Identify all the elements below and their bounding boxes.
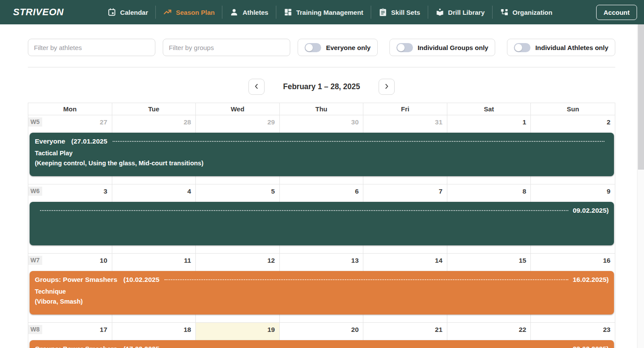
day-number: 27	[100, 118, 107, 126]
day-header-wed: Wed	[196, 103, 280, 115]
nav-items: CalendarSeason PlanAthletesTraining Mana…	[100, 0, 560, 24]
day-number: 3	[104, 187, 107, 195]
nav-item-label: Calendar	[120, 9, 148, 16]
day-number: 18	[184, 326, 191, 333]
week-label: W5	[28, 117, 42, 127]
previous-week-range-button[interactable]	[248, 79, 265, 95]
toggle-label: Individual Athletes only	[535, 44, 608, 51]
main-content: Everyone onlyIndividual Groups onlyIndiv…	[28, 39, 615, 348]
event-bar[interactable]: 09.02.2025)	[30, 202, 614, 245]
event-category: Technique	[35, 288, 609, 295]
section-divider	[28, 67, 615, 67]
clipboard-icon	[379, 8, 387, 17]
event-continuation-line	[40, 210, 568, 211]
day-number: 1	[523, 118, 527, 126]
day-number: 14	[435, 257, 443, 264]
event-end-date: 16.02.2025)	[573, 276, 609, 284]
trending-up-icon	[163, 8, 172, 17]
calendar-weeks: 272829303112W5Everyone(27.01.2025Tactica…	[28, 115, 615, 348]
day-number: 6	[355, 187, 359, 195]
nav-item-organization[interactable]: Organization	[493, 0, 560, 24]
event-continuation-line	[113, 141, 604, 142]
day-number: 8	[523, 187, 527, 195]
event-start-date: (27.01.2025	[71, 137, 107, 145]
scrollbar-track[interactable]	[637, 24, 644, 348]
day-number: 4	[188, 187, 191, 195]
day-header-row: MonTueWedThuFriSatSun	[28, 103, 615, 115]
event-title: Groups: Power Smashers	[35, 276, 117, 284]
account-button[interactable]: Account	[596, 5, 637, 20]
nav-item-drill-library[interactable]: Drill Library	[428, 0, 492, 24]
week-label: W8	[28, 325, 42, 334]
toggle-everyone-only[interactable]: Everyone only	[298, 39, 378, 56]
nav-item-label: Skill Sets	[391, 9, 420, 16]
toggle-switch[interactable]	[514, 43, 530, 52]
week-row-w7: 10111213141516W7Groups: Power Smashers(1…	[28, 254, 615, 323]
nav-item-calendar[interactable]: Calendar	[100, 0, 155, 24]
event-start-date: (10.02.2025	[124, 276, 160, 284]
event-bar[interactable]: Groups: Power Smashers(10.02.202516.02.2…	[30, 271, 614, 315]
event-bar[interactable]: Everyone(27.01.2025Tactical Play(Keeping…	[30, 133, 614, 176]
nav-item-label: Organization	[513, 9, 553, 16]
day-header-tue: Tue	[112, 103, 196, 115]
next-week-range-button[interactable]	[379, 79, 395, 95]
toggle-switch[interactable]	[396, 43, 413, 52]
filter-athletes-input[interactable]	[28, 39, 155, 56]
chevron-right-icon	[383, 83, 390, 91]
app-logo: STRIVEON	[13, 7, 64, 18]
nav-item-season-plan[interactable]: Season Plan	[156, 0, 222, 24]
day-number: 29	[267, 118, 275, 126]
nav-item-label: Season Plan	[176, 9, 215, 16]
library-icon	[436, 8, 444, 17]
toggle-individual-athletes-only[interactable]: Individual Athletes only	[507, 39, 615, 56]
chevron-left-icon	[253, 83, 260, 91]
nav-item-training-management[interactable]: Training Management	[276, 0, 371, 24]
day-header-sat: Sat	[447, 103, 531, 115]
event-category: Tactical Play	[35, 150, 609, 157]
day-number: 7	[439, 187, 443, 195]
day-number: 21	[435, 326, 443, 333]
filter-row: Everyone onlyIndividual Groups onlyIndiv…	[28, 39, 615, 56]
nav-item-label: Training Management	[296, 9, 363, 16]
event-bar[interactable]: Groups: Power Smashers(17.02.202523.02.2…	[30, 340, 614, 348]
day-header-sun: Sun	[531, 103, 615, 115]
event-title: Everyone	[35, 137, 65, 145]
day-number: 11	[184, 257, 191, 264]
toggle-group: Everyone onlyIndividual Groups onlyIndiv…	[298, 39, 615, 56]
nav-item-label: Drill Library	[448, 9, 485, 16]
day-number: 28	[184, 118, 191, 126]
event-end-date: 09.02.2025)	[573, 207, 609, 214]
week-row-w8: 17181920212223W8Groups: Power Smashers(1…	[28, 323, 615, 348]
event-skills: (Keeping control, Using the glass, Mid-c…	[35, 160, 609, 167]
scrollbar-thumb[interactable]	[638, 24, 644, 170]
nav-item-skill-sets[interactable]: Skill Sets	[371, 0, 428, 24]
day-number: 31	[435, 118, 443, 126]
day-number: 19	[267, 326, 275, 333]
toggle-label: Individual Groups only	[418, 44, 489, 51]
week-row-w5: 272829303112W5Everyone(27.01.2025Tactica…	[28, 115, 615, 184]
day-number: 12	[267, 257, 275, 264]
week-row-w6: 3456789W609.02.2025)	[28, 184, 615, 254]
toggle-switch[interactable]	[305, 43, 321, 52]
nav-item-label: Athletes	[242, 9, 268, 16]
calendar-icon	[107, 8, 116, 17]
filter-groups-input[interactable]	[163, 39, 290, 56]
week-label: W6	[28, 187, 42, 196]
event-skills: (Vibora, Smash)	[35, 298, 609, 305]
event-title: Groups: Power Smashers	[35, 345, 117, 348]
day-number: 17	[100, 326, 107, 333]
top-navigation-bar: STRIVEON CalendarSeason PlanAthletesTrai…	[0, 0, 644, 24]
toggle-individual-groups-only[interactable]: Individual Groups only	[389, 39, 496, 56]
day-number: 2	[607, 118, 610, 126]
day-number: 23	[603, 326, 610, 333]
event-continuation-line	[164, 279, 568, 280]
org-tree-icon	[500, 8, 509, 17]
calendar-navigation: February 1 – 28, 2025	[28, 79, 615, 95]
day-number: 13	[351, 257, 359, 264]
nav-item-athletes[interactable]: Athletes	[222, 0, 275, 24]
event-start-date: (17.02.2025	[124, 345, 160, 348]
day-number: 22	[519, 326, 526, 333]
day-header-thu: Thu	[280, 103, 364, 115]
day-header-fri: Fri	[363, 103, 447, 115]
day-number: 30	[351, 118, 359, 126]
